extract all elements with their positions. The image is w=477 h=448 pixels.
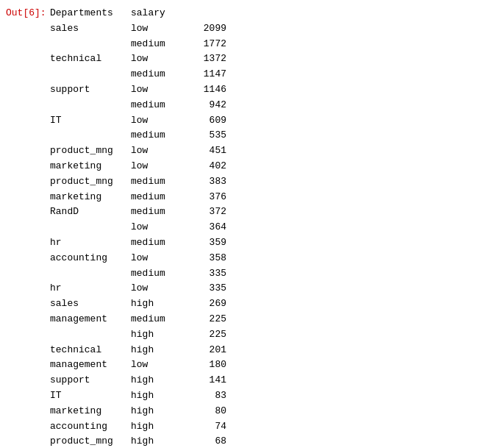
value-cell: 83: [190, 388, 226, 404]
table-row: hrmedium359: [50, 235, 226, 251]
header-salary: salary: [131, 6, 190, 21]
value-cell: 225: [190, 312, 226, 327]
salary-cell: low: [131, 159, 190, 174]
table-row: marketinglow402: [50, 159, 226, 174]
salary-cell: medium: [131, 205, 190, 220]
table-row: accountinglow358: [50, 251, 226, 266]
value-cell: 80: [190, 404, 226, 419]
output-container: Out[6]: Departments salary saleslow2099m…: [6, 6, 471, 448]
value-cell: 358: [190, 251, 226, 266]
dept-cell: RandD: [50, 205, 131, 220]
salary-cell: low: [131, 220, 190, 235]
salary-cell: high: [131, 434, 190, 448]
table-row: product_mnglow451: [50, 143, 226, 159]
table-row: IThigh83: [50, 388, 226, 404]
table-row: managementmedium225: [50, 312, 226, 327]
table-row: low364: [50, 220, 226, 235]
value-cell: 364: [190, 220, 226, 235]
dept-cell: accounting: [50, 419, 131, 435]
salary-cell: medium: [131, 235, 190, 251]
salary-cell: medium: [131, 98, 190, 113]
dept-cell: [50, 37, 131, 52]
table-row: saleshigh269: [50, 296, 226, 312]
dept-cell: marketing: [50, 159, 131, 174]
table-row: accountinghigh74: [50, 419, 226, 435]
salary-cell: low: [131, 51, 190, 67]
value-cell: 74: [190, 419, 226, 435]
dept-cell: support: [50, 82, 131, 98]
value-cell: 1146: [190, 82, 226, 98]
dept-cell: [50, 327, 131, 343]
dept-cell: technical: [50, 343, 131, 358]
table-row: RandDmedium372: [50, 205, 226, 220]
salary-cell: high: [131, 404, 190, 419]
salary-cell: medium: [131, 67, 190, 82]
header-value: [190, 6, 226, 21]
value-cell: 225: [190, 327, 226, 343]
value-cell: 68: [190, 434, 226, 448]
table-row: hrlow335: [50, 281, 226, 296]
value-cell: 359: [190, 235, 226, 251]
salary-cell: medium: [131, 190, 190, 205]
dept-cell: [50, 67, 131, 82]
dept-cell: sales: [50, 296, 131, 312]
table-row: product_mngmedium383: [50, 174, 226, 190]
value-cell: 372: [190, 205, 226, 220]
salary-cell: medium: [131, 312, 190, 327]
salary-cell: high: [131, 373, 190, 388]
dept-cell: IT: [50, 388, 131, 404]
dept-cell: [50, 266, 131, 282]
table-row: supporthigh141: [50, 373, 226, 388]
salary-cell: low: [131, 251, 190, 266]
output-label: Out[6]:: [6, 6, 50, 448]
dept-cell: IT: [50, 113, 131, 129]
dept-cell: product_mng: [50, 174, 131, 190]
salary-cell: low: [131, 143, 190, 159]
data-rows-container: saleslow2099medium1772technicallow1372me…: [50, 21, 226, 448]
value-cell: 1772: [190, 37, 226, 52]
value-cell: 335: [190, 281, 226, 296]
salary-cell: high: [131, 388, 190, 404]
salary-cell: medium: [131, 128, 190, 143]
dept-cell: accounting: [50, 251, 131, 266]
dept-cell: product_mng: [50, 143, 131, 159]
table-row: marketingmedium376: [50, 190, 226, 205]
value-cell: 942: [190, 98, 226, 113]
value-cell: 269: [190, 296, 226, 312]
dept-cell: management: [50, 358, 131, 373]
dept-cell: hr: [50, 235, 131, 251]
dept-cell: technical: [50, 51, 131, 67]
dept-cell: sales: [50, 21, 131, 37]
dept-cell: [50, 98, 131, 113]
table-row: technicallow1372: [50, 51, 226, 67]
salary-cell: medium: [131, 37, 190, 52]
salary-cell: high: [131, 296, 190, 312]
value-cell: 1147: [190, 67, 226, 82]
salary-cell: medium: [131, 266, 190, 282]
table-row: high225: [50, 327, 226, 343]
header-departments: Departments: [50, 6, 131, 21]
dept-cell: marketing: [50, 404, 131, 419]
salary-cell: low: [131, 358, 190, 373]
value-cell: 141: [190, 373, 226, 388]
value-cell: 402: [190, 159, 226, 174]
table-row: medium1772: [50, 37, 226, 52]
salary-cell: low: [131, 113, 190, 129]
salary-cell: low: [131, 21, 190, 37]
table-row: ITlow609: [50, 113, 226, 129]
dept-cell: [50, 220, 131, 235]
value-cell: 335: [190, 266, 226, 282]
table-row: medium535: [50, 128, 226, 143]
salary-cell: low: [131, 281, 190, 296]
dept-cell: marketing: [50, 190, 131, 205]
table-row: technicalhigh201: [50, 343, 226, 358]
value-cell: 535: [190, 128, 226, 143]
header-row: Departments salary: [50, 6, 226, 21]
table-row: medium335: [50, 266, 226, 282]
dept-cell: [50, 128, 131, 143]
table-row: managementlow180: [50, 358, 226, 373]
dept-cell: product_mng: [50, 434, 131, 448]
table-row: saleslow2099: [50, 21, 226, 37]
table-row: product_mnghigh68: [50, 434, 226, 448]
value-cell: 2099: [190, 21, 226, 37]
